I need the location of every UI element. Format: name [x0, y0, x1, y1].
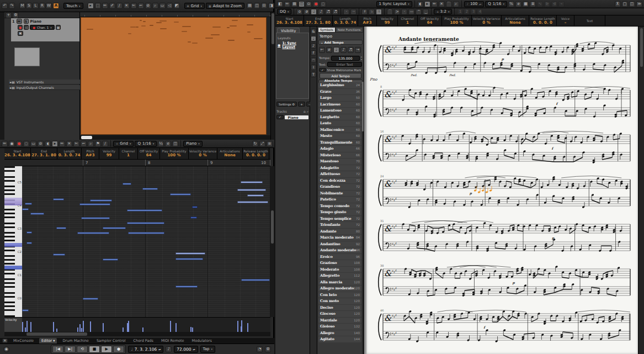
func2-icon[interactable]: ⊵	[544, 1, 550, 7]
info-start[interactable]: Start26. 3. 4.108	[275, 15, 304, 26]
tempo-preset-lacrimoso[interactable]: Lacrimoso60	[318, 102, 361, 108]
midi-note[interactable]	[190, 216, 197, 219]
key-editor-vertical-scrollbar[interactable]	[270, 166, 274, 317]
midi-note[interactable]	[53, 198, 64, 200]
track-picture[interactable]	[14, 47, 40, 66]
midi-note[interactable]	[127, 209, 162, 212]
info-play-probability[interactable]: Play Probability100 %	[160, 148, 189, 159]
tempo-preset-con-moto[interactable]: Con moto120	[318, 298, 361, 304]
midi-note[interactable]	[26, 242, 32, 244]
info-end[interactable]: End27. 3. 1. 80	[304, 15, 333, 26]
tempo-preset-andante-moderato[interactable]: Andante moderato96	[318, 247, 361, 253]
color-icon[interactable]: ◩	[174, 3, 180, 9]
expand-button[interactable]: ▣	[18, 31, 23, 36]
folder-vst-instruments[interactable]: ▸▤VST Instruments	[9, 80, 80, 84]
info-off-velocity[interactable]: Off Velocity64	[138, 148, 160, 159]
zoom-level-control[interactable]: ♪100▴▾	[464, 1, 485, 7]
info-velocity-variance[interactable]: Velocity Variance0 %	[472, 15, 502, 26]
erase-icon[interactable]: ✕	[124, 3, 130, 9]
tempo-preset-mesto[interactable]: Mesto60	[318, 133, 361, 139]
prev-icon[interactable]: ←	[319, 47, 325, 53]
bars-icon[interactable]: ▦	[523, 1, 529, 7]
quarter-note-icon[interactable]: ♩	[333, 47, 339, 53]
tempo-preset-allegretto[interactable]: Allegretto112	[318, 273, 361, 279]
view-split-icon[interactable]: ◫	[172, 141, 178, 147]
info-articulations[interactable]: ArticulationsNone	[217, 148, 243, 159]
record-enable-button[interactable]: ●	[18, 25, 23, 30]
func3-icon[interactable]: ⊴	[551, 1, 557, 7]
midi-note[interactable]	[53, 253, 65, 256]
time-format-icon[interactable]: ♪	[166, 346, 172, 352]
info-velocity[interactable]: Velocity99	[99, 148, 119, 159]
panels-icon[interactable]: ◫	[299, 1, 305, 7]
tempo-preset-con-dolcezza[interactable]: Con dolcezza72	[318, 178, 361, 184]
midi-note[interactable]	[192, 206, 198, 208]
go-end-icon[interactable]: ▶|	[65, 346, 76, 353]
score-quantize-dropdown[interactable]: Q1/16▾	[485, 1, 507, 7]
tempo-preset-agitato[interactable]: Agitato144	[318, 336, 361, 342]
settings-icon[interactable]: ↻	[252, 141, 258, 147]
tempo-preset-adagio[interactable]: Adagio66	[318, 146, 361, 152]
piano-track[interactable]: 1 M S Piano ● ◁ ●Chan. 1▾ ▦ ▣	[11, 18, 79, 41]
tempo-preset-marziale[interactable]: Marziale120	[318, 318, 361, 324]
swap-icon[interactable]: %	[508, 1, 514, 7]
zoom-icon[interactable]: ⌕	[88, 141, 94, 147]
quarter-note-category-icon[interactable]: ♩	[311, 36, 316, 41]
tuplet-dropdown[interactable]: ⌂3:2▾	[434, 9, 452, 14]
midi-note[interactable]	[30, 213, 44, 215]
solo-editor-icon[interactable]: ✏	[2, 141, 8, 147]
midi-note[interactable]	[170, 193, 191, 196]
midi-note[interactable]	[56, 227, 66, 229]
automation-r-button[interactable]: R	[39, 3, 45, 9]
lower-tab-mixconsole[interactable]: MixConsole	[11, 338, 36, 344]
midi-note[interactable]	[123, 183, 131, 185]
feedback-icon[interactable]: ◉	[9, 141, 15, 147]
sixteenth-note-icon[interactable]: ♬	[348, 47, 354, 53]
score-display-area[interactable]: Andante teneramentePno&♯♯♯♯♯♯pPed.Ped.8&…	[364, 27, 638, 354]
piano-midi-part[interactable]	[81, 17, 267, 135]
slur-icon[interactable]: ‿	[423, 9, 429, 15]
tempo-preset-allegro-moderato[interactable]: Allegro moderato120	[318, 286, 361, 292]
staccato-icon[interactable]: ·	[401, 9, 407, 15]
tempo-preset-eroico[interactable]: Eroico96	[318, 254, 361, 260]
midi-note[interactable]	[237, 189, 266, 191]
tab-symbols[interactable]: Symbols	[318, 27, 336, 33]
record-icon[interactable]: ●	[313, 1, 319, 7]
exp-icon[interactable]: e	[515, 1, 521, 7]
split-icon[interactable]: ✂	[131, 3, 137, 9]
automation-mode-dropdown[interactable]: Touch▾	[63, 3, 83, 9]
stop-icon[interactable]: ■	[89, 346, 100, 353]
midi-note[interactable]	[83, 298, 98, 300]
score-vertical-scrollbar[interactable]	[638, 27, 644, 354]
lower-tab-drum-machine[interactable]: Drum Machine	[60, 338, 91, 344]
minimize-icon[interactable]: ⊟	[261, 3, 267, 9]
lower-tab-sampler-control[interactable]: Sampler Control	[94, 338, 128, 344]
voice-4-button[interactable]: 4	[477, 9, 483, 15]
sync-layout-item[interactable]: ◉1: Sync Layout	[278, 41, 307, 49]
midi-note[interactable]	[175, 286, 198, 288]
channel-dropdown[interactable]: ●Chan. 1▾	[30, 25, 55, 30]
slur-category-icon[interactable]: ◠	[311, 57, 316, 63]
acoustic-icon[interactable]: ◖	[45, 141, 51, 147]
draw-icon[interactable]: ✏	[59, 141, 65, 147]
automation-l-button[interactable]: L	[33, 3, 39, 9]
sixteenth-note-icon[interactable]: ♬	[325, 9, 331, 15]
half-note-icon[interactable]: ø	[304, 9, 310, 15]
pitch-visibility-dropdown[interactable]: Piano▾	[183, 141, 203, 147]
tempo-preset-deciso[interactable]: Deciso120	[318, 305, 361, 311]
filter-icon[interactable]: ⚙	[13, 12, 19, 18]
zoom-icon[interactable]: ⌕	[453, 1, 459, 7]
project-ruler[interactable]	[80, 12, 270, 17]
midi-note[interactable]	[90, 199, 112, 202]
tempo-preset-maestoso[interactable]: Maestoso70	[318, 158, 361, 165]
object-selection-icon[interactable]: ▸	[88, 3, 94, 9]
maximize-icon[interactable]: ◫	[629, 1, 635, 7]
page-view-icon[interactable]: ▤	[291, 1, 297, 7]
clef-category-icon[interactable]: &	[311, 29, 316, 34]
quantize-dropdown[interactable]: Q1/16▾	[135, 141, 157, 147]
go-start-icon[interactable]: |◀	[52, 346, 63, 353]
info-channel[interactable]: Channel1	[398, 15, 418, 26]
info-release-length[interactable]: Release Length0. 0. 0. 0	[529, 15, 557, 26]
select-icon[interactable]: ▸	[52, 141, 58, 147]
tempo-preset-andantino[interactable]: Andantino92	[318, 241, 361, 247]
